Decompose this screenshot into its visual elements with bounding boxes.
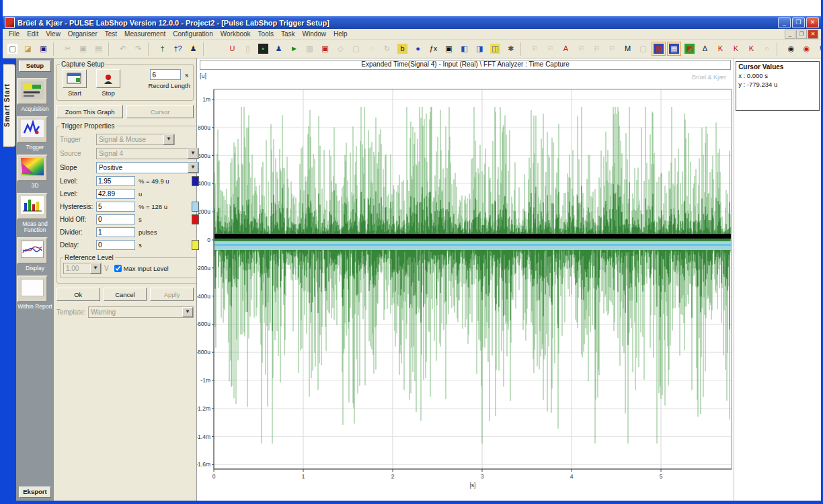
flag-dim3-icon[interactable]: ⚐ [574,42,588,56]
sidebar-item-report[interactable] [17,276,48,302]
cancel-button[interactable]: Cancel [104,288,147,301]
hysteresis-input[interactable] [96,202,135,212]
reference-level-select[interactable]: 1.00 ▼ [63,263,102,274]
flag-dim5-icon[interactable]: ⚐ [605,42,619,56]
flag-dim4-icon[interactable]: ⚐ [590,42,604,56]
menu-item-organiser[interactable]: Organiser [65,30,101,38]
record-length-input[interactable] [150,69,181,80]
report-dim-icon[interactable]: ▯ [241,42,255,56]
divider-input[interactable] [96,227,135,237]
slope-select-label: Slope [60,164,96,171]
b-curve-icon[interactable]: b [395,42,409,56]
slope-select[interactable]: Positive▼ [96,162,199,173]
level-percent-input[interactable] [96,176,135,186]
circle-dim-icon[interactable]: ○ [760,42,774,56]
cut-icon[interactable]: ✂ [61,42,75,56]
child-close-button[interactable]: ✕ [808,30,818,39]
setup-tab[interactable]: Setup [19,60,51,72]
magnet-icon[interactable]: U [225,42,239,56]
sidebar-item-meas-function[interactable] [17,193,48,220]
k-overload3-icon[interactable]: K [744,42,758,56]
window-blue-icon[interactable]: ◧ [457,42,471,56]
window-chart-icon[interactable]: ◫ [488,42,502,56]
k-overload2-icon[interactable]: K [729,42,743,56]
target-dark-icon[interactable]: ◉ [784,42,798,56]
delta-cursor-icon[interactable]: Δ [698,42,712,56]
user-wait-icon[interactable]: ♟ [186,42,200,56]
dim-a-icon[interactable]: ◇ [334,42,348,56]
max-input-level-checkbox[interactable]: Max Input Level [114,265,169,272]
child-minimize-button[interactable]: _ [785,30,795,39]
dim-c-icon[interactable]: ◌ [364,42,379,56]
menu-item-window[interactable]: Window [299,30,330,38]
sphere-icon[interactable]: ● [411,42,425,56]
start-arrow-icon[interactable]: ► [287,42,301,56]
save-icon[interactable]: ▣ [36,42,50,56]
key-icon[interactable]: † [155,42,169,56]
menu-item-help[interactable]: Help [330,30,351,38]
template-label: Template: [56,308,85,316]
measure-icon[interactable]: M [621,42,635,56]
trigger-source-select[interactable]: Signal & Mouse▼ [96,134,175,145]
menu-item-file[interactable]: File [5,30,23,38]
menu-item-measurement[interactable]: Measurement [121,30,169,38]
key-help-icon[interactable]: †? [171,42,185,56]
flag-dim1-icon[interactable]: ⚐ [528,42,542,56]
zoom-this-graph-button[interactable]: Zoom This Graph [56,105,124,118]
refresh-dim-icon[interactable]: ↻ [380,42,394,56]
stop-button[interactable]: Stop [93,69,123,97]
monitor-dark-icon[interactable]: ▣ [442,42,456,56]
new-icon[interactable]: ▢ [5,42,19,56]
copy-icon[interactable]: ▣ [76,42,90,56]
smart-start-tab[interactable]: Smart Start [3,64,15,147]
window-split-icon[interactable]: ◨ [473,42,487,56]
layout-multi-icon[interactable]: ▩ [652,42,666,56]
save-data-icon[interactable]: ▪ [256,42,270,56]
child-restore-button[interactable]: ❐ [796,30,807,39]
sidebar-item-acquisition[interactable] [17,78,48,105]
close-button[interactable]: ✕ [806,17,819,28]
delay-input[interactable] [96,240,135,250]
redo-icon[interactable]: ↷ [131,42,145,56]
open-icon[interactable]: ◪ [21,42,35,56]
monitor-red-icon[interactable]: ▣ [318,42,332,56]
maximize-button[interactable]: ❐ [792,17,805,28]
sidebar-item-trigger[interactable] [17,116,48,143]
source-select[interactable]: Signal 4▼ [96,148,199,159]
max-input-level-checkbox-input[interactable] [114,265,122,272]
svg-text:-1m: -1m [200,377,210,384]
start-button[interactable]: Start [60,69,89,97]
eksport-tab[interactable]: Eksport [19,487,51,498]
fx-icon[interactable]: ƒx [426,42,440,56]
clip-dim-icon[interactable]: ▥ [303,42,317,56]
sidebar-item-threed[interactable] [17,155,48,181]
target-red-icon[interactable]: ◉ [799,42,814,56]
menu-item-task[interactable]: Task [278,30,299,38]
menu-item-configuration[interactable]: Configuration [169,30,216,38]
menu-item-tools[interactable]: Tools [255,30,277,38]
user-icon[interactable]: ♟ [272,42,286,56]
flag-dim2-icon[interactable]: ⚐ [543,42,557,56]
undo-icon[interactable]: ↶ [116,42,130,56]
menu-item-edit[interactable]: Edit [24,30,42,38]
cursor-button[interactable]: Cursor [126,105,194,118]
template-select[interactable]: Warning ▼ [88,306,194,318]
k-overload1-icon[interactable]: K [713,42,728,56]
dim-d-icon[interactable]: ▢ [636,42,650,56]
alarm-icon[interactable]: A [559,42,573,56]
hold-off-input[interactable] [96,214,135,224]
layout-blue-icon[interactable]: ▦ [667,42,681,56]
paste-icon[interactable]: ▤ [91,42,106,56]
sidebar-item-display[interactable] [17,237,48,264]
menu-item-view[interactable]: View [42,30,64,38]
users-icon[interactable]: ✱ [504,42,518,56]
minimize-button[interactable]: _ [778,17,791,28]
flag-blue-icon[interactable]: ⚑ [815,42,823,56]
level-abs-input[interactable] [96,189,135,199]
menu-item-workbook[interactable]: Workbook [217,30,254,38]
menu-item-test[interactable]: Test [102,30,120,38]
dim-b-icon[interactable]: ▢ [349,42,363,56]
layout-green-icon[interactable]: ◩ [682,42,697,56]
ok-button[interactable]: Ok [56,288,100,301]
apply-button[interactable]: Apply [150,288,194,301]
